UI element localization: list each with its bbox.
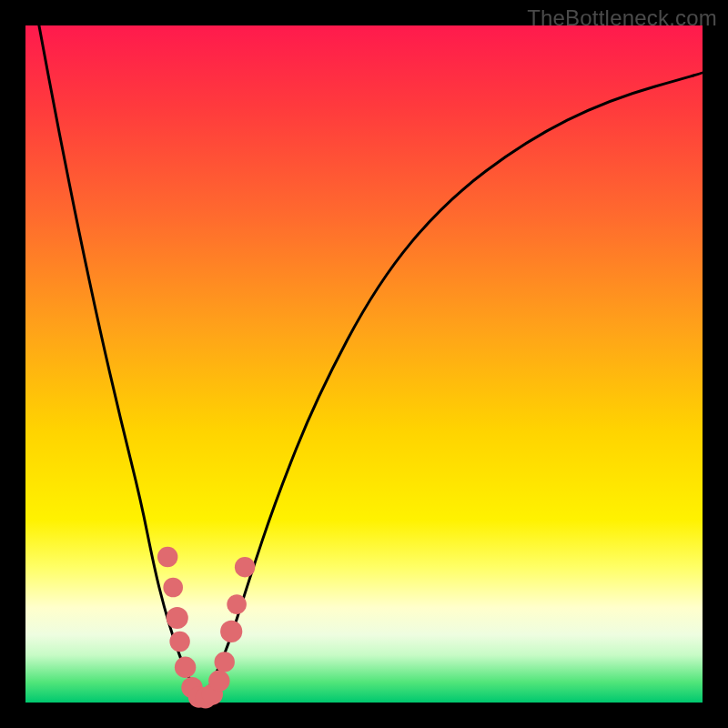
curve-group (39, 25, 703, 699)
highlight-dot (175, 657, 196, 678)
left-branch-line (39, 25, 202, 699)
highlight-dot (157, 547, 177, 567)
highlight-dot (220, 621, 242, 642)
marker-group (157, 547, 255, 709)
highlight-dot (163, 578, 183, 598)
highlight-dot (235, 557, 255, 577)
highlight-dot (169, 632, 189, 652)
watermark-text: TheBottleneck.com (527, 5, 717, 31)
outer-frame: TheBottleneck.com (0, 0, 728, 728)
highlight-dot (167, 607, 188, 629)
chart-svg (25, 25, 703, 703)
highlight-dot (215, 652, 235, 672)
plot-area (25, 25, 703, 703)
highlight-dot (227, 594, 247, 614)
highlight-dot (208, 671, 229, 692)
right-branch-line (201, 73, 703, 699)
